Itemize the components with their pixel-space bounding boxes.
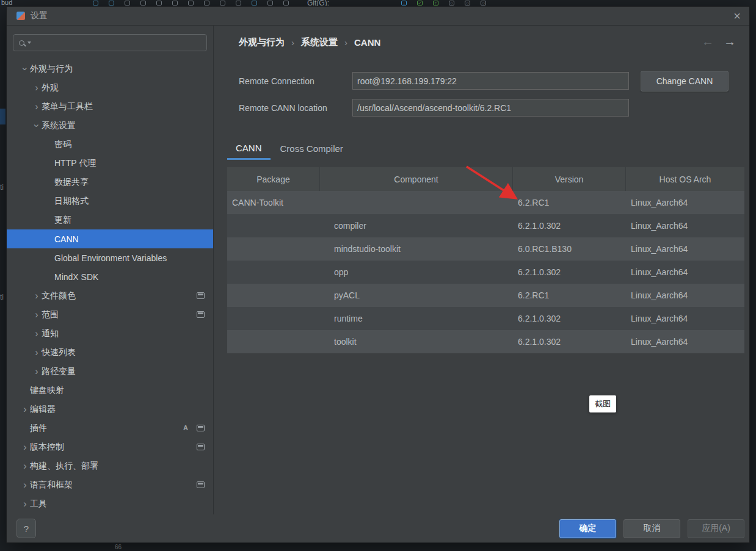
sidebar-item-quick-lists[interactable]: ›快速列表: [7, 343, 213, 362]
toolbar-icon[interactable]: [140, 1, 146, 5]
sidebar-item-date-formats[interactable]: 日期格式: [7, 192, 213, 211]
chevron-right-icon[interactable]: ›: [32, 102, 42, 112]
sidebar-item-data-sharing[interactable]: 数据共享: [7, 173, 213, 192]
chevron-right-icon[interactable]: ›: [20, 405, 30, 414]
sidebar-item-editor[interactable]: ›编辑器: [7, 400, 213, 419]
settings-search-box[interactable]: [13, 34, 207, 51]
sidebar-item-build-execution-deployment[interactable]: ›构建、执行、部署: [7, 456, 213, 475]
tab-cann[interactable]: CANN: [227, 137, 271, 160]
tab-cross-compiler[interactable]: Cross Compiler: [272, 137, 352, 160]
change-cann-button[interactable]: Change CANN: [641, 71, 729, 92]
toolbar-vcs-icons: ↓✓↑○○○: [401, 1, 486, 5]
chevron-right-icon[interactable]: ›: [32, 348, 42, 358]
forward-arrow-icon[interactable]: →: [724, 35, 736, 49]
table-row[interactable]: toolkit6.2.1.0.302Linux_Aarch64: [227, 330, 744, 353]
toolbar-icon[interactable]: [267, 1, 273, 5]
back-arrow-icon[interactable]: ←: [702, 35, 714, 49]
sidebar-item-languages-frameworks[interactable]: ›语言和框架: [7, 475, 213, 494]
table-cell: compiler: [320, 214, 513, 237]
chevron-down-icon[interactable]: ›: [20, 64, 30, 74]
remote-connection-field[interactable]: [352, 72, 629, 90]
panel-icon: [197, 292, 205, 299]
chevron-right-icon[interactable]: ›: [20, 461, 30, 471]
toolbar-icon[interactable]: ○: [449, 1, 454, 5]
toolbar-icon[interactable]: [252, 1, 257, 5]
chevron-right-icon[interactable]: ›: [32, 291, 42, 301]
breadcrumb-item[interactable]: 外观与行为: [239, 37, 285, 48]
table-cell: 6.2.1.0.302: [513, 261, 626, 284]
sidebar-item-appearance-behavior[interactable]: ›外观与行为: [7, 59, 213, 78]
chevron-right-icon[interactable]: ›: [32, 329, 42, 339]
toolbar-icon[interactable]: [220, 1, 225, 5]
breadcrumb-item[interactable]: CANN: [354, 37, 380, 48]
help-button[interactable]: ?: [16, 519, 36, 538]
sidebar-item-system-settings[interactable]: ›系统设置: [7, 116, 213, 135]
sidebar-item-updates[interactable]: 更新: [7, 211, 213, 229]
chevron-right-icon[interactable]: ›: [20, 499, 30, 509]
chevron-right-icon[interactable]: ›: [32, 310, 42, 320]
sidebar-item-keymap[interactable]: 键盘映射: [7, 381, 213, 400]
screenshot-chip[interactable]: 截图: [589, 395, 616, 412]
table-row[interactable]: runtime6.2.1.0.302Linux_Aarch64: [227, 307, 744, 330]
toolbar-icon[interactable]: ↓: [401, 1, 407, 5]
sidebar-item-icons: [197, 444, 205, 450]
table-row[interactable]: compiler6.2.1.0.302Linux_Aarch64: [227, 214, 744, 237]
toolbar-icon[interactable]: ○: [465, 1, 470, 5]
breadcrumb-item[interactable]: 系统设置: [301, 37, 338, 48]
sidebar-item-mindx-sdk[interactable]: MindX SDK: [7, 267, 213, 286]
dialog-titlebar: 设置 ×: [7, 7, 749, 26]
chevron-down-icon[interactable]: [27, 41, 31, 44]
language-icon: [183, 425, 191, 432]
ok-button[interactable]: 确定: [559, 519, 616, 538]
table-cell: [227, 330, 320, 353]
toolbar-icon[interactable]: ✓: [417, 1, 423, 5]
sidebar-item-path-variables[interactable]: ›路径变量: [7, 362, 213, 381]
sidebar-item-scopes[interactable]: ›范围: [7, 305, 213, 324]
sidebar-item-icons: [197, 481, 205, 488]
toolbar-icon[interactable]: ↑: [433, 1, 438, 5]
remote-cann-location-field[interactable]: [352, 99, 629, 117]
toolbar-icon[interactable]: [93, 1, 98, 5]
chevron-right-icon[interactable]: ›: [32, 367, 42, 376]
breadcrumb: 外观与行为›系统设置›CANN: [239, 37, 380, 48]
chevron-right-icon[interactable]: ›: [32, 83, 42, 93]
sidebar-item-version-control[interactable]: ›版本控制: [7, 438, 213, 456]
sidebar-item-label: Global Environment Variables: [54, 253, 167, 263]
close-icon[interactable]: ×: [733, 10, 741, 22]
sidebar-item-http-proxy[interactable]: HTTP 代理: [7, 154, 213, 173]
toolbar-icon[interactable]: [172, 1, 178, 5]
tool-window-label-fragment: ti: [0, 183, 6, 192]
table-row[interactable]: mindstudio-toolkit6.0.RC1.B130Linux_Aarc…: [227, 237, 744, 261]
sidebar-item-notifications[interactable]: ›通知: [7, 324, 213, 343]
table-row[interactable]: opp6.2.1.0.302Linux_Aarch64: [227, 261, 744, 284]
sidebar-item-appearance[interactable]: ›外观: [7, 78, 213, 97]
sidebar-item-cann[interactable]: CANN: [7, 229, 213, 248]
toolbar-icon[interactable]: [204, 1, 209, 5]
toolbar-icon[interactable]: [283, 1, 289, 5]
toolbar-icon[interactable]: [236, 1, 241, 5]
sidebar-item-plugins[interactable]: 插件: [7, 419, 213, 438]
table-header-row: PackageComponentVersionHost OS Arch: [227, 167, 744, 191]
table-row[interactable]: pyACL6.2.RC1Linux_Aarch64: [227, 284, 744, 307]
toolbar-icon[interactable]: [188, 1, 194, 5]
search-input[interactable]: [34, 38, 201, 48]
sidebar-item-passwords[interactable]: 密码: [7, 135, 213, 154]
sidebar-item-menus-toolbars[interactable]: ›菜单与工具栏: [7, 97, 213, 116]
table-row[interactable]: CANN-Toolkit6.2.RC1Linux_Aarch64: [227, 191, 744, 214]
chevron-right-icon[interactable]: ›: [20, 442, 30, 452]
sidebar-item-file-colors[interactable]: ›文件颜色: [7, 286, 213, 305]
sidebar-item-label: 菜单与工具栏: [42, 101, 93, 112]
chevron-down-icon[interactable]: ›: [32, 121, 42, 131]
sidebar-item-label: MindX SDK: [54, 272, 98, 282]
sidebar-item-tools[interactable]: ›工具: [7, 494, 213, 513]
toolbar-icon[interactable]: [125, 1, 130, 5]
sidebar-item-global-environment-variables[interactable]: Global Environment Variables: [7, 248, 213, 267]
chevron-right-icon[interactable]: ›: [20, 480, 30, 490]
table-cell: Linux_Aarch64: [626, 307, 744, 330]
toolbar-icon[interactable]: [109, 1, 114, 5]
apply-button[interactable]: 应用(A): [688, 519, 744, 538]
settings-tree: ›外观与行为›外观›菜单与工具栏›系统设置密码HTTP 代理数据共享日期格式更新…: [7, 59, 213, 514]
toolbar-icon[interactable]: [156, 1, 162, 5]
toolbar-icon[interactable]: ○: [481, 1, 486, 5]
cancel-button[interactable]: 取消: [623, 519, 680, 538]
